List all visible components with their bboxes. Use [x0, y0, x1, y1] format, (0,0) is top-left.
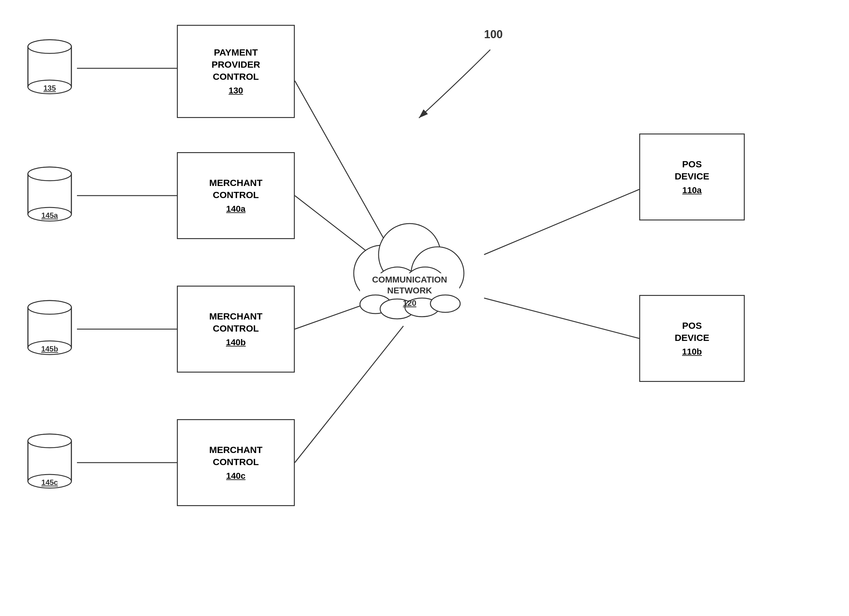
database-145b: 145b	[25, 298, 74, 360]
payment-provider-label: PAYMENTPROVIDERCONTROL	[212, 46, 260, 83]
merchant-140c-label: MERCHANTCONTROL	[209, 444, 262, 468]
svg-line-8	[484, 189, 639, 255]
merchant-control-140c-box: MERCHANTCONTROL 140c	[177, 419, 295, 506]
pos-110b-ref: 110b	[682, 346, 702, 357]
merchant-140c-ref: 140c	[226, 470, 246, 482]
merchant-140b-ref: 140b	[226, 337, 246, 348]
svg-point-37	[28, 434, 71, 448]
merchant-140b-label: MERCHANTCONTROL	[209, 310, 262, 334]
payment-provider-control-box: PAYMENTPROVIDERCONTROL 130	[177, 25, 295, 118]
pos-device-110a-box: POSDEVICE 110a	[639, 134, 745, 221]
pos-110a-label: POSDEVICE	[675, 158, 709, 182]
diagram: 100 PAYMENTPROVIDERCONTROL 130 MERCHANTC…	[0, 0, 849, 616]
database-145c: 145c	[25, 431, 74, 494]
merchant-140a-label: MERCHANTCONTROL	[209, 177, 262, 201]
database-145a: 145a	[25, 164, 74, 227]
pos-device-110b-box: POSDEVICE 110b	[639, 295, 745, 382]
payment-provider-ref: 130	[229, 85, 243, 96]
database-135: 135	[25, 37, 74, 99]
svg-text:COMMUNICATION: COMMUNICATION	[372, 275, 447, 284]
svg-text:145b: 145b	[41, 345, 58, 353]
communication-network-cloud: COMMUNICATION NETWORK 120	[335, 202, 484, 326]
svg-point-30	[28, 301, 71, 314]
merchant-140a-ref: 140a	[226, 203, 246, 215]
diagram-ref-100: 100	[484, 28, 503, 41]
svg-text:135: 135	[43, 84, 56, 92]
svg-line-7	[295, 326, 404, 462]
svg-text:120: 120	[403, 298, 416, 308]
merchant-control-140b-box: MERCHANTCONTROL 140b	[177, 286, 295, 373]
svg-text:145a: 145a	[41, 211, 58, 219]
pos-110a-ref: 110a	[682, 185, 702, 196]
svg-point-49	[430, 295, 460, 312]
svg-text:NETWORK: NETWORK	[387, 286, 432, 295]
merchant-control-140a-box: MERCHANTCONTROL 140a	[177, 152, 295, 239]
pos-110b-label: POSDEVICE	[675, 319, 709, 344]
svg-text:145c: 145c	[41, 478, 58, 486]
svg-line-9	[484, 298, 639, 339]
svg-point-16	[28, 40, 71, 54]
svg-point-23	[28, 167, 71, 181]
